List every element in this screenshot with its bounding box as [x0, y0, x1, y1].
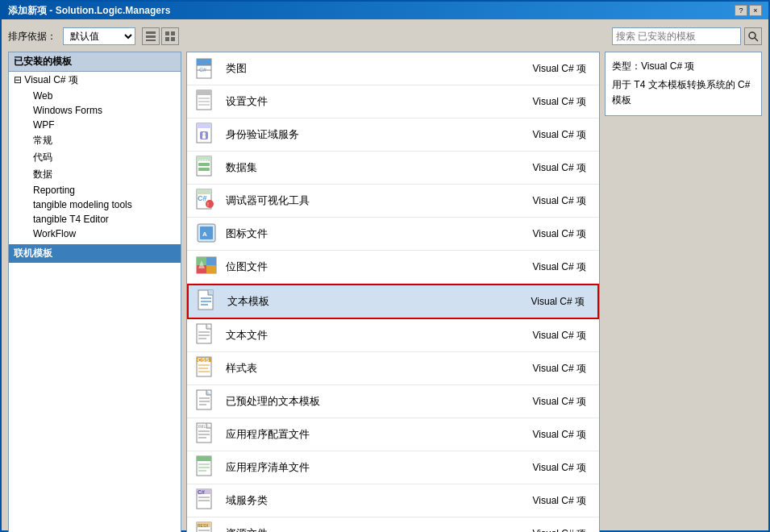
sidebar-item-wpf[interactable]: WPF	[9, 118, 181, 132]
toolbar-icons	[142, 27, 179, 45]
expand-icon: ⊟	[14, 74, 24, 85]
right-panel-info: 类型：Visual C# 项 用于 T4 文本模板转换系统的 C# 模板	[605, 52, 762, 116]
list-view-button[interactable]	[142, 27, 160, 45]
template-icon-debug: C# !	[194, 188, 219, 214]
template-row[interactable]: 设置文件 Visual C# 项	[187, 85, 599, 118]
template-category: Visual C# 项	[533, 227, 586, 241]
template-icon-textfile	[194, 322, 219, 348]
template-row[interactable]: C# ! 调试器可视化工具 Visual C# 项	[187, 185, 599, 218]
window-content: 排序依据： 默认值 名称 类型	[2, 19, 768, 532]
description-label: 用于 T4 文本模板转换系统的 C# 模板	[612, 77, 755, 108]
svg-text:RESX: RESX	[198, 523, 209, 528]
svg-text:!: !	[207, 202, 209, 207]
template-icon-iconfile: A	[194, 221, 219, 247]
svg-text:A: A	[202, 231, 207, 238]
svg-text:C#: C#	[199, 67, 206, 73]
main-area: 已安装的模板 ⊟ Visual C# 项 Web Windows Forms W…	[8, 52, 762, 532]
template-icon-manifest	[194, 455, 219, 480]
template-name: 图标文件	[226, 227, 527, 241]
template-name: 文本模板	[227, 294, 525, 309]
template-category: Visual C# 项	[533, 128, 586, 142]
template-row[interactable]: 身份验证域服务 Visual C# 项	[187, 118, 599, 152]
template-icon-class: C#	[194, 56, 219, 81]
template-name: 应用程序清单文件	[226, 460, 527, 475]
template-icon-settings	[194, 89, 219, 114]
template-list: C# 类图 Visual C# 项	[187, 52, 599, 532]
close-button[interactable]: ×	[749, 5, 762, 16]
template-category: Visual C# 项	[533, 428, 586, 442]
template-row[interactable]: 应用程序清单文件 Visual C# 项	[187, 451, 599, 484]
svg-rect-68	[197, 456, 211, 461]
sidebar-item-reporting[interactable]: Reporting	[9, 183, 181, 197]
template-category: Visual C# 项	[533, 527, 586, 533]
sidebar-item-winforms[interactable]: Windows Forms	[9, 103, 181, 118]
template-icon-dataset: XSD	[194, 155, 219, 181]
template-name: 设置文件	[226, 94, 527, 109]
template-row[interactable]: RESX 资源文件 Visual C# 项	[187, 517, 599, 532]
template-row[interactable]: 文本文件 Visual C# 项	[187, 319, 599, 352]
svg-rect-20	[197, 123, 211, 128]
svg-rect-3	[165, 31, 169, 35]
template-icon-bitmap	[194, 254, 219, 280]
sidebar-item-tangible-modeling[interactable]: tangible modeling tools	[9, 197, 181, 212]
sidebar-category-csharp[interactable]: ⊟ Visual C# 项	[9, 72, 181, 89]
installed-header: 已安装的模板	[9, 52, 181, 72]
svg-text:CSS: CSS	[198, 357, 210, 363]
template-icon-config: XML	[194, 422, 219, 447]
help-button[interactable]: ?	[735, 5, 747, 16]
template-category: Visual C# 项	[533, 95, 586, 109]
svg-rect-39	[206, 257, 216, 265]
template-category: Visual C# 项	[533, 62, 586, 76]
template-name: 类图	[226, 61, 527, 76]
template-category: Visual C# 项	[533, 329, 586, 343]
sidebar-item-general[interactable]: 常规	[9, 132, 181, 149]
svg-rect-41	[206, 265, 216, 273]
template-category: Visual C# 项	[531, 295, 585, 309]
template-row[interactable]: CSS 样式表 Visual C# 项	[187, 352, 599, 385]
template-row[interactable]: XSD 数据集 Visual C# 项	[187, 152, 599, 185]
template-name: 已预处理的文本模板	[226, 394, 527, 409]
template-row-selected[interactable]: 文本模板 Visual C# 项	[187, 284, 599, 319]
sidebar-item-code[interactable]: 代码	[9, 149, 181, 166]
template-name: 域服务类	[226, 493, 527, 508]
template-row[interactable]: C# 域服务类 Visual C# 项	[187, 484, 599, 517]
toolbar-row: 排序依据： 默认值 名称 类型	[8, 26, 762, 47]
sidebar-item-tangible-t4[interactable]: tangible T4 Editor	[9, 212, 181, 227]
search-button[interactable]	[744, 27, 762, 45]
template-row[interactable]: A 图标文件 Visual C# 项	[187, 218, 599, 251]
template-row[interactable]: C# 类图 Visual C# 项	[187, 52, 599, 85]
center-panel: C# 类图 Visual C# 项	[186, 52, 600, 532]
template-name: 应用程序配置文件	[226, 427, 527, 442]
template-icon-auth	[194, 122, 219, 148]
template-category: Visual C# 项	[533, 395, 586, 409]
svg-rect-4	[171, 31, 175, 35]
sort-select[interactable]: 默认值 名称 类型	[63, 27, 135, 45]
title-bar: 添加新项 - Solution.Logic.Managers ? ×	[2, 2, 768, 19]
sidebar-item-workflow[interactable]: WorkFlow	[9, 227, 181, 241]
sidebar-item-web[interactable]: Web	[9, 89, 181, 103]
template-name: 数据集	[226, 160, 527, 175]
window-title: 添加新项 - Solution.Logic.Managers	[8, 4, 170, 18]
template-category: Visual C# 项	[533, 161, 586, 175]
search-area	[612, 27, 762, 45]
svg-rect-10	[197, 59, 211, 65]
search-input[interactable]	[612, 27, 741, 45]
template-row[interactable]: 已预处理的文本模板 Visual C# 项	[187, 385, 599, 418]
template-icon-domain: C#	[194, 488, 219, 513]
sidebar: 已安装的模板 ⊟ Visual C# 项 Web Windows Forms W…	[8, 52, 181, 532]
template-name: 身份验证域服务	[226, 127, 527, 142]
template-name: 样式表	[226, 361, 527, 376]
title-bar-buttons: ? ×	[735, 5, 762, 16]
template-icon-text-template	[195, 289, 221, 314]
detail-view-button[interactable]	[161, 27, 179, 45]
svg-rect-5	[165, 37, 169, 41]
template-row[interactable]: 位图文件 Visual C# 项	[187, 251, 599, 284]
template-row[interactable]: XML 应用程序配置文件 Visual C# 项	[187, 418, 599, 451]
svg-text:C#: C#	[198, 489, 205, 495]
sidebar-item-data[interactable]: 数据	[9, 166, 181, 183]
type-label: 类型：Visual C# 项	[612, 59, 755, 74]
template-icon-stylesheet: CSS	[194, 355, 219, 381]
right-panel: 类型：Visual C# 项 用于 T4 文本模板转换系统的 C# 模板	[605, 52, 762, 532]
template-name: 调试器可视化工具	[226, 193, 527, 208]
online-header: 联机模板	[9, 244, 181, 263]
